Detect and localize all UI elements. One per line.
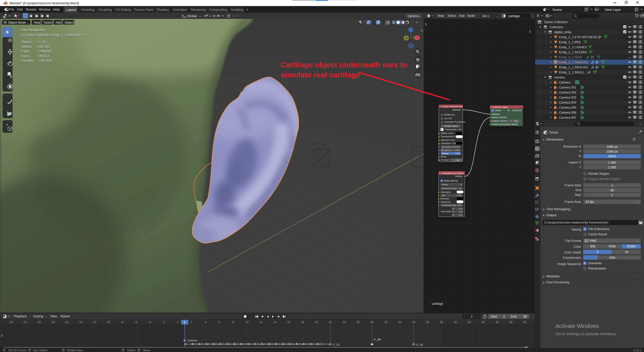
- svg-text:F_22: F_22: [333, 343, 340, 346]
- svg-text:F_28: F_28: [374, 338, 381, 341]
- svg-text:F_34: F_34: [416, 343, 423, 346]
- svg-text:Z: Z: [410, 29, 412, 31]
- svg-text:Camera: Camera: [187, 339, 197, 342]
- svg-text:X: X: [417, 36, 418, 39]
